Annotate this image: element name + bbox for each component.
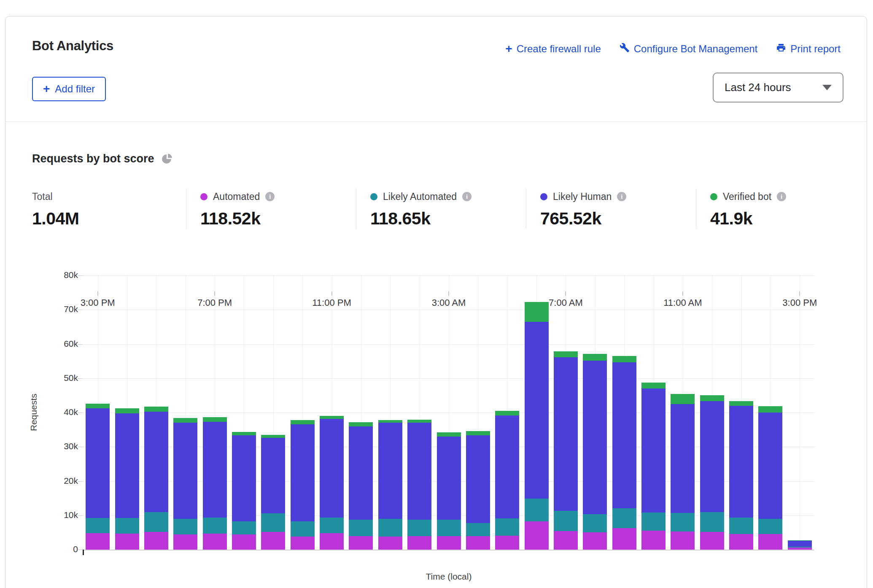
stacked-bar[interactable] bbox=[525, 302, 549, 550]
stacked-bar[interactable] bbox=[583, 354, 607, 550]
bar-segment[interactable] bbox=[144, 407, 168, 412]
bar-segment[interactable] bbox=[203, 417, 227, 422]
bar-segment[interactable] bbox=[86, 404, 110, 408]
bar-segment[interactable] bbox=[320, 419, 344, 518]
stacked-bar[interactable] bbox=[729, 401, 753, 550]
bar-segment[interactable] bbox=[525, 521, 549, 550]
bar-segment[interactable] bbox=[466, 523, 490, 536]
bar-segment[interactable] bbox=[758, 519, 782, 534]
bar-segment[interactable] bbox=[378, 423, 402, 519]
bar-segment[interactable] bbox=[788, 541, 812, 547]
bar-segment[interactable] bbox=[700, 395, 724, 401]
stacked-bar[interactable] bbox=[466, 431, 490, 550]
stacked-bar[interactable] bbox=[115, 408, 139, 550]
bar-segment[interactable] bbox=[641, 383, 666, 389]
bar-segment[interactable] bbox=[232, 534, 256, 550]
bar-segment[interactable] bbox=[349, 426, 373, 520]
bar-segment[interactable] bbox=[437, 437, 461, 520]
stacked-bar[interactable] bbox=[378, 420, 402, 550]
bar-segment[interactable] bbox=[144, 512, 168, 532]
bar-segment[interactable] bbox=[641, 388, 666, 512]
bar-segment[interactable] bbox=[612, 508, 636, 528]
bar-segment[interactable] bbox=[554, 351, 578, 357]
stacked-bar[interactable] bbox=[612, 356, 636, 550]
bar-segment[interactable] bbox=[203, 422, 227, 518]
bar-segment[interactable] bbox=[232, 435, 256, 521]
bar-segment[interactable] bbox=[641, 512, 666, 530]
bar-segment[interactable] bbox=[612, 356, 636, 362]
bar-segment[interactable] bbox=[173, 423, 197, 519]
bar-segment[interactable] bbox=[495, 411, 519, 415]
bar-segment[interactable] bbox=[671, 531, 695, 550]
bar-segment[interactable] bbox=[554, 357, 578, 511]
bar-segment[interactable] bbox=[261, 438, 285, 513]
stacked-bar[interactable] bbox=[261, 435, 285, 550]
stacked-bar[interactable] bbox=[173, 418, 197, 550]
bar-segment[interactable] bbox=[700, 512, 724, 531]
bar-segment[interactable] bbox=[671, 513, 695, 531]
stacked-bar[interactable] bbox=[495, 411, 519, 550]
bar-segment[interactable] bbox=[115, 413, 139, 518]
bar-segment[interactable] bbox=[291, 424, 315, 522]
bar-segment[interactable] bbox=[437, 520, 461, 537]
stacked-bar[interactable] bbox=[700, 395, 724, 550]
bar-segment[interactable] bbox=[232, 521, 256, 534]
bar-segment[interactable] bbox=[729, 518, 753, 534]
bar-segment[interactable] bbox=[407, 423, 431, 520]
bar-segment[interactable] bbox=[291, 537, 315, 550]
stacked-bar[interactable] bbox=[86, 404, 110, 550]
bar-segment[interactable] bbox=[115, 518, 139, 534]
bar-segment[interactable] bbox=[788, 548, 812, 550]
bar-segment[interactable] bbox=[671, 404, 695, 513]
bar-segment[interactable] bbox=[641, 531, 666, 550]
bar-segment[interactable] bbox=[554, 511, 578, 531]
bar-segment[interactable] bbox=[291, 420, 315, 424]
bar-segment[interactable] bbox=[700, 401, 724, 512]
bar-segment[interactable] bbox=[291, 521, 315, 537]
bar-segment[interactable] bbox=[437, 536, 461, 550]
bar-segment[interactable] bbox=[173, 519, 197, 534]
bar-segment[interactable] bbox=[758, 406, 782, 413]
stacked-bar[interactable] bbox=[232, 432, 256, 550]
stacked-bar[interactable] bbox=[641, 383, 666, 550]
bar-segment[interactable] bbox=[729, 534, 753, 550]
bar-segment[interactable] bbox=[86, 518, 110, 533]
stacked-bar[interactable] bbox=[554, 351, 578, 550]
bar-segment[interactable] bbox=[378, 420, 402, 423]
bar-segment[interactable] bbox=[554, 531, 578, 550]
bar-segment[interactable] bbox=[788, 540, 812, 541]
bar-segment[interactable] bbox=[86, 533, 110, 550]
bar-segment[interactable] bbox=[612, 528, 636, 550]
bar-segment[interactable] bbox=[466, 431, 490, 435]
bar-segment[interactable] bbox=[583, 514, 607, 532]
bar-segment[interactable] bbox=[115, 534, 139, 550]
bar-segment[interactable] bbox=[758, 534, 782, 550]
bar-segment[interactable] bbox=[173, 418, 197, 423]
bar-segment[interactable] bbox=[729, 401, 753, 406]
bar-segment[interactable] bbox=[203, 534, 227, 550]
bar-segment[interactable] bbox=[466, 435, 490, 523]
bar-segment[interactable] bbox=[320, 533, 344, 550]
bar-segment[interactable] bbox=[378, 537, 402, 550]
bar-segment[interactable] bbox=[495, 415, 519, 519]
bar-segment[interactable] bbox=[349, 536, 373, 550]
stacked-bar[interactable] bbox=[407, 420, 431, 550]
stacked-bar[interactable] bbox=[671, 394, 695, 550]
stacked-bar[interactable] bbox=[788, 540, 812, 550]
bar-segment[interactable] bbox=[583, 361, 607, 515]
bar-segment[interactable] bbox=[495, 536, 519, 550]
bar-segment[interactable] bbox=[729, 406, 753, 518]
stacked-bar[interactable] bbox=[291, 420, 315, 550]
bar-segment[interactable] bbox=[437, 432, 461, 437]
stacked-bar[interactable] bbox=[144, 407, 168, 550]
bar-segment[interactable] bbox=[466, 536, 490, 550]
bar-segment[interactable] bbox=[115, 408, 139, 413]
bar-segment[interactable] bbox=[583, 532, 607, 550]
stacked-bar[interactable] bbox=[758, 406, 782, 550]
bar-segment[interactable] bbox=[612, 362, 636, 508]
bar-segment[interactable] bbox=[407, 520, 431, 536]
bar-segment[interactable] bbox=[320, 518, 344, 533]
bar-segment[interactable] bbox=[173, 534, 197, 550]
bar-segment[interactable] bbox=[495, 518, 519, 536]
bar-segment[interactable] bbox=[232, 432, 256, 435]
